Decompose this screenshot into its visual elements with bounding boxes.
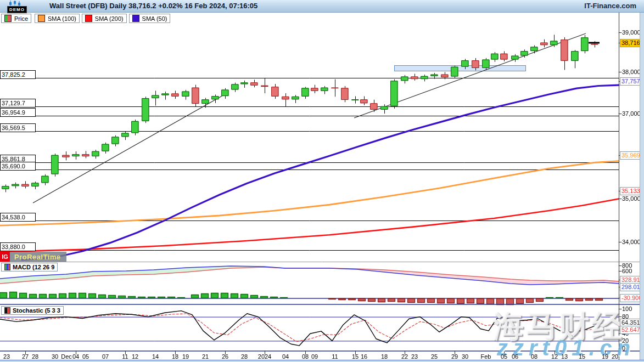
ig-logo: IG [0, 252, 10, 262]
xaxis-date-label: 21 [202, 353, 209, 360]
xaxis-date-label: 08 [302, 353, 309, 360]
right-axis-label: 100 [622, 306, 632, 312]
legend-label: SMA (100) [48, 15, 76, 22]
legend-chip-price[interactable]: Price [1, 14, 31, 23]
right-axis-value-badge: 52.647 [620, 326, 642, 334]
sma-series-icon [38, 15, 45, 22]
xaxis-date-label: 04 [72, 353, 79, 360]
xaxis-date-label: 12 [132, 353, 138, 360]
xaxis-date-label: 28 [241, 353, 248, 360]
macd-indicator-label[interactable]: MACD (12 26 9 [1, 263, 58, 272]
xaxis-date-label: 05 [82, 353, 89, 360]
xaxis-date-label: 23 [3, 353, 10, 360]
xaxis-date-label: 09 [311, 353, 318, 360]
xaxis-date-label: 29 [451, 353, 458, 360]
xaxis-date-label: 05 [501, 353, 507, 360]
legend-label: Price [14, 15, 28, 22]
right-axis-label: 34,000 [622, 239, 641, 245]
legend-chip-sma-50-[interactable]: SMA (50) [129, 14, 171, 23]
right-axis-label: 20 [622, 337, 629, 344]
price-series-icon [4, 15, 12, 22]
stochastic-icon [4, 307, 10, 314]
prorealtime-logo: ProRealTime [10, 252, 66, 262]
xaxis-date-label: 26 [222, 353, 228, 360]
xaxis-date-label: 04 [282, 353, 289, 360]
window-frame-bottom [0, 360, 644, 362]
xaxis-date-label: 28 [32, 353, 38, 360]
xaxis-date-label: Dec [61, 353, 72, 360]
xaxis-date-label: 11 [122, 353, 128, 360]
xaxis-date-label: 18 [381, 353, 388, 360]
price-level-label[interactable]: 33,880.0 [0, 242, 36, 251]
broker-logo: IG ProRealTime [0, 252, 66, 262]
macd-label-text: MACD (12 26 9 [13, 264, 54, 270]
xaxis-date-label: 06 [512, 353, 518, 360]
xaxis-date-label: 16 [361, 353, 367, 360]
xaxis-date-label: 19 [602, 353, 608, 360]
provider-link[interactable]: IT-Finance.com [584, 2, 636, 10]
title-bar: DEMO Wall Street (DFB) Daily 38,716.2 +0… [0, 0, 644, 13]
xaxis-date-label: Feb [481, 353, 491, 360]
xaxis-date-label: 18 [172, 353, 178, 360]
price-level-label[interactable]: 37,129.7 [0, 99, 36, 108]
xaxis-date-label: 30 [52, 353, 58, 360]
window-frame-right [640, 12, 644, 362]
right-axis-label: 37,000 [622, 110, 641, 117]
xaxis-date-label: 12 [551, 353, 558, 360]
xaxis-date-label: 14 [152, 353, 159, 360]
sma-series-icon [132, 15, 139, 22]
xaxis-date-label: 23 [411, 353, 418, 360]
xaxis-date-label: 27 [22, 353, 29, 360]
legend-chip-sma-200-[interactable]: SMA (200) [82, 14, 127, 23]
right-axis-label: 38,000 [622, 69, 641, 75]
macd-icon [4, 264, 10, 270]
price-level-label[interactable]: 37,825.2 [0, 70, 36, 79]
sma-series-icon [85, 15, 92, 22]
xaxis-date-label: 07 [102, 353, 109, 360]
xaxis-date-label: 11 [332, 353, 338, 360]
instrument-title: Wall Street (DFB) Daily 38,716.2 +0.02% … [49, 2, 257, 10]
price-level-label[interactable]: 35,690.0 [0, 162, 36, 171]
xaxis-date-label: 13 [561, 353, 568, 360]
legend-chip-sma-100-[interactable]: SMA (100) [35, 14, 80, 23]
price-level-label[interactable]: 34,538.0 [0, 213, 36, 222]
price-level-label[interactable]: 36,954.9 [0, 108, 36, 117]
xaxis-date-label: 15 [352, 353, 359, 360]
xaxis-date-label: 19 [182, 353, 189, 360]
mini-candlestick-icon [9, 1, 22, 6]
xaxis-date-label: 2024 [258, 353, 271, 360]
xaxis-date-label: 15 [579, 353, 585, 360]
legend-label: SMA (200) [95, 15, 124, 22]
xaxis-date-label: 25 [431, 353, 438, 360]
trading-chart-window: DEMO Wall Street (DFB) Daily 38,716.2 +0… [0, 0, 644, 362]
right-axis-label: 0 [622, 345, 625, 352]
right-axis-value-badge: 298.01 [620, 283, 642, 291]
demo-badge: DEMO [7, 6, 27, 13]
right-axis-label: 600 [622, 268, 632, 274]
xaxis-date-label: 22 [401, 353, 408, 360]
xaxis-date-label: 30 [462, 353, 468, 360]
price-level-label[interactable]: 36,569.5 [0, 123, 36, 132]
legend-label: SMA (50) [142, 15, 167, 22]
right-axis-label: 35,000 [622, 195, 641, 202]
stochastic-label-text: Stochastic (5 3 3 [13, 307, 60, 314]
stochastic-indicator-label[interactable]: Stochastic (5 3 3 [1, 306, 64, 315]
right-axis-label: 39,000 [622, 29, 641, 36]
xaxis-date-label: 08 [531, 353, 537, 360]
xaxis-date-label: 20 [612, 353, 618, 360]
